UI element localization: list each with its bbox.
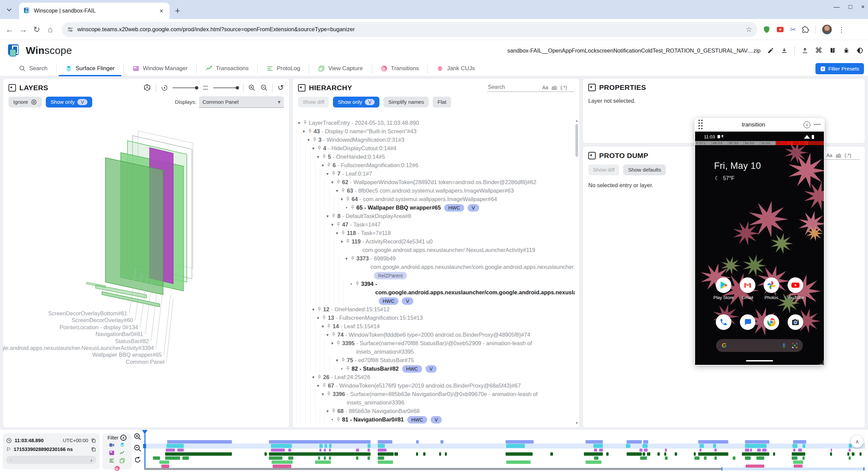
expand-arrow-icon[interactable]: ▾ xyxy=(324,407,331,415)
trace-segment[interactable] xyxy=(594,449,597,452)
expand-arrow-icon[interactable]: ▾ xyxy=(310,144,316,153)
trace-segment[interactable] xyxy=(664,452,666,456)
expand-arrow-icon[interactable]: ▾ xyxy=(339,237,345,246)
trace-segment[interactable] xyxy=(167,440,232,444)
zoom-out-icon[interactable] xyxy=(260,84,268,92)
browser-tab[interactable]: Winscope | sandbox-FAIL × xyxy=(19,3,170,19)
trace-segment[interactable] xyxy=(798,449,802,452)
trace-segment[interactable] xyxy=(356,449,359,452)
trace-segment[interactable] xyxy=(586,440,603,444)
trace-segment[interactable] xyxy=(745,444,767,448)
trace-segment[interactable] xyxy=(594,456,598,460)
expand-arrow-icon[interactable]: ▾ xyxy=(305,136,312,144)
download-traces-icon[interactable] xyxy=(781,47,788,54)
tree-node[interactable]: ▾3395- Surface(name=ed70f88 StatusBar)/@… xyxy=(296,339,575,356)
trace-segment[interactable] xyxy=(165,456,180,460)
trace-segment[interactable] xyxy=(742,452,769,456)
trace-segment[interactable] xyxy=(665,456,668,460)
transition-screenshot-window[interactable]: transition i — 11:03 P: 0 / 1dX: 0.0dY: … xyxy=(694,118,825,366)
new-tab-button[interactable]: + xyxy=(175,5,180,16)
trace-segment[interactable] xyxy=(368,449,370,452)
zoom-range-handle[interactable] xyxy=(863,467,865,471)
trace-segment[interactable] xyxy=(368,444,371,448)
tab-view-capture[interactable]: View Capture xyxy=(309,61,372,76)
filter-trace-surface-flinger-icon[interactable] xyxy=(119,442,125,448)
trace-segment[interactable] xyxy=(757,449,761,452)
trace-segment[interactable] xyxy=(423,452,425,456)
expand-arrow-icon[interactable]: ▾ xyxy=(310,305,316,314)
url-text[interactable]: winscope.teams.x20web.corp.google.com/pr… xyxy=(77,26,742,33)
trace-segment[interactable] xyxy=(847,452,849,456)
tree-node[interactable]: •65- Wallpaper BBQ wrapper#65HWCV xyxy=(296,203,575,212)
tab-search[interactable]: Search xyxy=(10,61,56,76)
report-bug-icon[interactable] xyxy=(843,47,850,54)
tree-node[interactable]: ▾5- OneHanded:0:14#5 xyxy=(296,153,575,161)
trace-segment[interactable] xyxy=(315,460,331,464)
trace-segment[interactable] xyxy=(550,452,553,456)
trace-segment[interactable] xyxy=(378,452,394,456)
trace-segment[interactable] xyxy=(830,452,832,456)
site-settings-icon[interactable] xyxy=(67,26,73,33)
trace-segment[interactable] xyxy=(269,456,282,460)
dark-mode-toggle-icon[interactable] xyxy=(856,47,863,54)
tree-node[interactable]: ▾12- OneHanded:15:15#12 xyxy=(296,305,575,314)
match-case-icon[interactable]: Aa xyxy=(826,153,832,158)
tab-transitions[interactable]: Transitions xyxy=(372,61,428,76)
trace-segment[interactable] xyxy=(803,444,806,448)
tab-search-button[interactable] xyxy=(4,5,14,15)
reload-button[interactable]: ↻ xyxy=(30,25,43,34)
prev-entry-icon[interactable]: ‹ xyxy=(10,457,12,463)
expand-arrow-icon[interactable]: ▾ xyxy=(343,254,350,263)
trace-segment[interactable] xyxy=(849,444,852,448)
layers-3d-canvas[interactable]: ScreenDecorOverlayBottom#61ScreenDecorOv… xyxy=(3,109,289,427)
trace-segment[interactable] xyxy=(272,460,293,464)
drag-handle-icon[interactable] xyxy=(698,120,703,130)
scroll-up-icon[interactable]: ▲ xyxy=(575,119,579,122)
extensions-puzzle-icon[interactable] xyxy=(802,26,809,33)
trace-segment[interactable] xyxy=(643,444,648,448)
browser-menu-icon[interactable]: ⋮ xyxy=(838,25,845,34)
trace-segment[interactable] xyxy=(657,452,659,456)
filter-presets-button[interactable]: Filter Presets xyxy=(815,63,864,74)
expand-arrow-icon[interactable]: ▾ xyxy=(320,161,326,170)
hierarchy-search-input[interactable] xyxy=(488,84,539,90)
trace-segment[interactable] xyxy=(506,444,525,448)
zoom-range-handle[interactable] xyxy=(721,467,723,471)
trace-segment[interactable] xyxy=(288,449,291,452)
tree-node[interactable]: ▾68- 885b63e NavigationBar0#68 xyxy=(296,407,575,415)
transition-window-titlebar[interactable]: transition i — xyxy=(694,118,825,132)
trace-segment[interactable] xyxy=(714,456,716,460)
expand-arrow-icon[interactable]: ▾ xyxy=(315,381,321,390)
trace-segment[interactable] xyxy=(378,456,384,460)
expand-arrow-icon[interactable]: ▾ xyxy=(324,212,331,220)
trace-segment[interactable] xyxy=(378,444,385,448)
trace-segment[interactable] xyxy=(792,444,797,448)
trace-segment[interactable] xyxy=(378,449,387,452)
spacing-slider[interactable] xyxy=(213,87,238,88)
keyboard-shortcuts-icon[interactable]: ⌘ xyxy=(815,46,822,55)
expand-arrow-icon[interactable]: ▾ xyxy=(324,331,331,339)
back-button[interactable]: ← xyxy=(3,25,16,34)
trace-segment[interactable] xyxy=(640,456,647,460)
trace-segment[interactable] xyxy=(860,452,862,456)
trace-segment[interactable] xyxy=(852,452,855,456)
tree-node[interactable]: ▾67- WindowToken{e5176f9 type=2019 andro… xyxy=(296,381,575,390)
expand-arrow-icon[interactable]: ▾ xyxy=(310,373,316,381)
trace-segment[interactable] xyxy=(440,440,443,444)
trace-segment[interactable] xyxy=(714,449,716,452)
expand-arrow-icon[interactable]: ▾ xyxy=(320,322,326,331)
trace-segment[interactable] xyxy=(159,460,170,464)
trace-segment[interactable] xyxy=(324,444,328,448)
trace-segment[interactable] xyxy=(756,456,764,460)
expand-arrow-icon[interactable]: ▾ xyxy=(301,127,307,136)
trace-segment[interactable] xyxy=(713,444,716,448)
timeline-canvas[interactable] xyxy=(144,430,865,472)
reset-zoom-icon[interactable] xyxy=(134,456,142,464)
tree-node[interactable]: ▾26- Leaf:24:25#26 xyxy=(296,373,575,381)
collapse-panel-icon[interactable] xyxy=(588,84,596,91)
tree-node[interactable]: ▾LayerTraceEntry - 2024-05-10, 11:03:48.… xyxy=(296,119,575,127)
tree-node[interactable]: ▾34- HideDisplayCutout:32:35#34 xyxy=(296,424,575,426)
tree-node[interactable]: •81- NavigationBar0#81HWCV xyxy=(296,415,575,424)
collapse-panel-icon[interactable] xyxy=(588,152,596,159)
tab-jank-cujs[interactable]: Jank CUJs xyxy=(428,61,484,76)
